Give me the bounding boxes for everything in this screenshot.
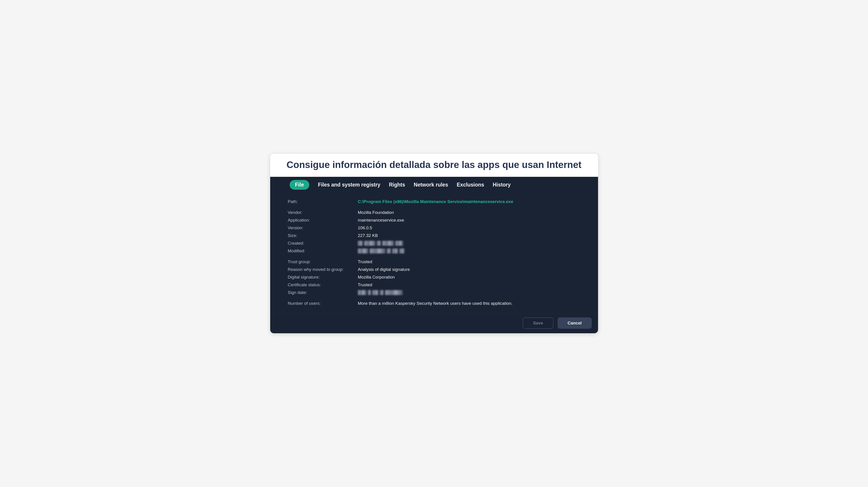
modified-value <box>358 248 404 253</box>
size-value: 227.32 KB <box>358 233 378 238</box>
application-label: Application: <box>288 218 358 223</box>
vendor-value: Mozilla Foundation <box>358 210 394 215</box>
trust-group-value: Trusted <box>358 259 372 264</box>
tab-history[interactable]: History <box>493 180 510 190</box>
vendor-label: Vendor: <box>288 210 358 215</box>
version-label: Version: <box>288 225 358 231</box>
tab-rights[interactable]: Rights <box>389 180 405 190</box>
footer-actions: Save Cancel <box>270 313 598 333</box>
num-users-value: More than a million Kaspersky Security N… <box>358 301 513 306</box>
sign-date-label: Sign date: <box>288 290 358 295</box>
app-info-window: Consigue información detallada sobre las… <box>270 154 598 333</box>
file-details: Path: C:\Program Files (x86)\Mozilla Mai… <box>270 193 598 313</box>
num-users-label: Number of users: <box>288 301 358 306</box>
tab-files-registry[interactable]: Files and system registry <box>318 180 380 190</box>
trust-group-label: Trust group: <box>288 259 358 264</box>
tab-file[interactable]: File <box>290 180 310 190</box>
created-label: Created: <box>288 241 358 246</box>
digital-signature-label: Digital signature: <box>288 275 358 280</box>
modified-label: Modified: <box>288 248 358 253</box>
created-value <box>358 241 403 246</box>
save-button[interactable]: Save <box>523 317 554 329</box>
tab-network-rules[interactable]: Network rules <box>414 180 448 190</box>
digital-signature-value: Mozilla Corporation <box>358 275 395 280</box>
tab-exclusions[interactable]: Exclusions <box>457 180 484 190</box>
page-title: Consigue información detallada sobre las… <box>279 159 589 171</box>
version-value: 106.0.5 <box>358 225 372 231</box>
path-label: Path: <box>288 199 358 204</box>
tabs-bar: File Files and system registry Rights Ne… <box>270 177 598 193</box>
certificate-status-label: Certificate status: <box>288 282 358 287</box>
cancel-button[interactable]: Cancel <box>558 317 591 329</box>
reason-value: Analysis of digital signature <box>358 267 410 272</box>
dark-panel: File Files and system registry Rights Ne… <box>270 177 598 333</box>
reason-label: Reason why moved to group: <box>288 267 358 272</box>
application-value: maintenanceservice.exe <box>358 218 404 223</box>
sign-date-value <box>358 290 403 295</box>
header: Consigue información detallada sobre las… <box>270 154 598 177</box>
path-value[interactable]: C:\Program Files (x86)\Mozilla Maintenan… <box>358 199 513 204</box>
certificate-status-value: Trusted <box>358 282 372 287</box>
size-label: Size: <box>288 233 358 238</box>
